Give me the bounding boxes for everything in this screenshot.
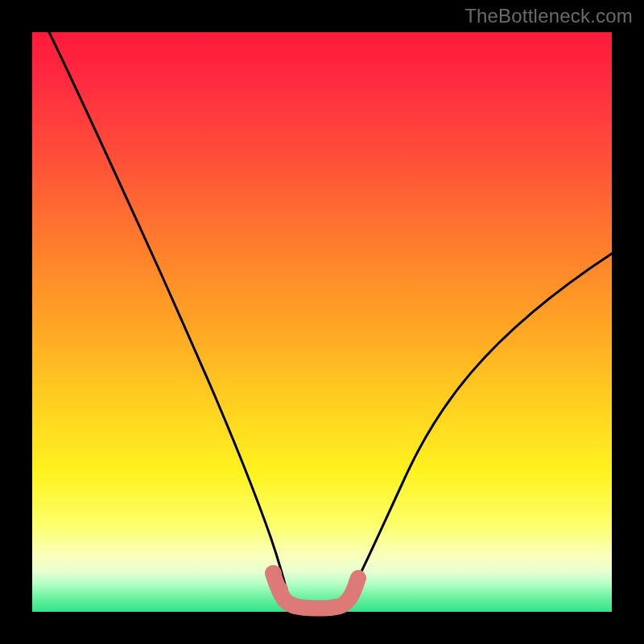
- chart-frame: TheBottleneck.com: [0, 0, 644, 644]
- chart-svg: [32, 32, 612, 612]
- bottleneck-curve: [49, 32, 612, 610]
- watermark-text: TheBottleneck.com: [464, 5, 633, 27]
- plot-area: [32, 32, 612, 612]
- marker-dot-icon: [272, 581, 288, 597]
- marker-dot-icon: [266, 565, 282, 581]
